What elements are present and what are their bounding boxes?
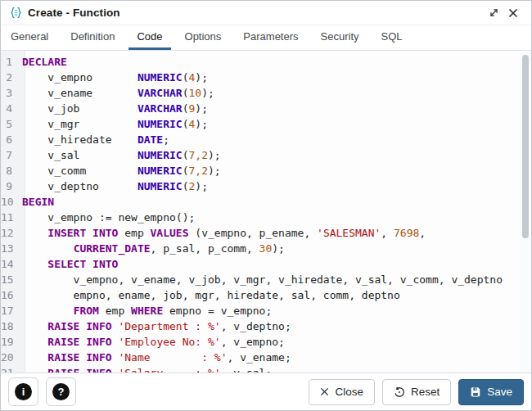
code-line[interactable]: 15 v_empno, v_ename, v_job, v_mgr, v_hir… — [1, 272, 521, 287]
code-line[interactable]: 14 SELECT INTO — [1, 256, 521, 272]
code-line-content: FROM emp WHERE empno = v_empno; — [19, 303, 272, 318]
code-line-content: v_empno, v_ename, v_job, v_mgr, v_hireda… — [19, 272, 503, 287]
line-number: 19 — [1, 334, 19, 350]
close-icon — [508, 8, 518, 18]
code-line[interactable]: 17 FROM emp WHERE empno = v_empno; — [1, 303, 521, 318]
editor-scrollbar-thumb[interactable] — [522, 55, 529, 238]
code-line[interactable]: 5 v_mgr NUMERIC(4); — [1, 116, 521, 132]
line-number: 9 — [1, 178, 19, 194]
code-line[interactable]: 11 v_empno := new_empno(); — [1, 210, 521, 225]
line-number: 10 — [1, 194, 19, 210]
code-editor[interactable]: 1DECLARE2 v_empno NUMERIC(4);3 v_ename V… — [1, 51, 531, 373]
dialog-tabbar: GeneralDefinitionCodeOptionsParametersSe… — [1, 25, 531, 51]
tab-security[interactable]: Security — [313, 25, 367, 50]
code-line-content: CURRENT_DATE, p_sal, p_comm, 30); — [19, 241, 285, 256]
code-line-content: BEGIN — [19, 194, 54, 210]
code-line-content: SELECT INTO — [19, 256, 118, 272]
line-number: 21 — [1, 365, 19, 373]
code-line[interactable]: 6 v_hiredate DATE; — [1, 132, 521, 147]
title-bar: Create - Function — [1, 1, 531, 25]
line-number: 16 — [1, 287, 19, 303]
code-line-content: RAISE INFO 'Salary : %', v_sal; — [19, 365, 272, 373]
line-number: 3 — [1, 85, 19, 101]
code-line[interactable]: 20 RAISE INFO 'Name : %', v_ename; — [1, 350, 521, 365]
line-number: 5 — [1, 116, 19, 132]
close-button-label: Close — [335, 386, 363, 398]
line-number: 4 — [1, 101, 19, 116]
line-number: 18 — [1, 318, 19, 334]
function-icon — [9, 6, 23, 20]
create-function-dialog: Create - Function GeneralDefinitionCodeO… — [0, 0, 532, 411]
save-button-label: Save — [487, 386, 512, 398]
line-number: 17 — [1, 303, 19, 318]
line-number: 2 — [1, 70, 19, 85]
line-number: 1 — [1, 54, 19, 70]
expand-button[interactable] — [484, 3, 503, 23]
code-line[interactable]: 18 RAISE INFO 'Department : %', v_deptno… — [1, 318, 521, 334]
code-line-content: v_empno NUMERIC(4); — [19, 70, 208, 85]
window-title: Create - Function — [28, 7, 484, 19]
code-line-content: INSERT INTO emp VALUES (v_empno, p_ename… — [19, 225, 426, 241]
editor-scrollbar-track[interactable] — [521, 52, 530, 372]
code-line[interactable]: 4 v_job VARCHAR(9); — [1, 101, 521, 116]
reset-icon — [394, 386, 405, 398]
line-number: 8 — [1, 163, 19, 178]
code-line[interactable]: 9 v_deptno NUMERIC(2); — [1, 178, 521, 194]
info-icon: i — [15, 383, 32, 400]
code-line-content: RAISE INFO 'Name : %', v_ename; — [19, 350, 291, 365]
line-number: 20 — [1, 350, 19, 365]
code-line-content: empno, ename, job, mgr, hiredate, sal, c… — [19, 287, 400, 303]
code-line-content: v_hiredate DATE; — [19, 132, 169, 147]
line-number: 12 — [1, 225, 19, 241]
line-number: 15 — [1, 272, 19, 287]
code-line[interactable]: 10BEGIN — [1, 194, 521, 210]
line-number: 13 — [1, 241, 19, 256]
close-x-icon — [320, 387, 329, 396]
code-line[interactable]: 13 CURRENT_DATE, p_sal, p_comm, 30); — [1, 241, 521, 256]
code-line[interactable]: 21 RAISE INFO 'Salary : %', v_sal; — [1, 365, 521, 373]
code-line[interactable]: 1DECLARE — [1, 54, 521, 70]
tab-definition[interactable]: Definition — [62, 25, 123, 50]
line-number: 7 — [1, 147, 19, 163]
code-line[interactable]: 7 v_sal NUMERIC(7,2); — [1, 147, 521, 163]
tab-code[interactable]: Code — [128, 25, 170, 50]
expand-icon — [489, 7, 499, 18]
save-button[interactable]: Save — [458, 379, 524, 405]
code-line-content: RAISE INFO 'Employee No: %', v_empno; — [19, 334, 285, 350]
tab-options[interactable]: Options — [177, 25, 230, 50]
line-number: 11 — [1, 210, 19, 225]
tab-sql[interactable]: SQL — [373, 25, 411, 50]
code-area[interactable]: 1DECLARE2 v_empno NUMERIC(4);3 v_ename V… — [1, 54, 521, 373]
help-button[interactable]: ? — [46, 377, 76, 406]
code-line[interactable]: 12 INSERT INTO emp VALUES (v_empno, p_en… — [1, 225, 521, 241]
code-line[interactable]: 8 v_comm NUMERIC(7,2); — [1, 163, 521, 178]
reset-button[interactable]: Reset — [382, 379, 451, 405]
tab-parameters[interactable]: Parameters — [235, 25, 306, 50]
code-line[interactable]: 16 empno, ename, job, mgr, hiredate, sal… — [1, 287, 521, 303]
line-number: 6 — [1, 132, 19, 147]
info-button[interactable]: i — [8, 377, 38, 406]
code-line-content: v_job VARCHAR(9); — [19, 101, 208, 116]
line-number: 14 — [1, 256, 19, 272]
code-line-content: v_sal NUMERIC(7,2); — [19, 147, 221, 163]
help-icon: ? — [52, 383, 70, 400]
code-line-content: DECLARE — [19, 54, 67, 70]
close-window-button[interactable] — [503, 3, 523, 23]
tab-general[interactable]: General — [2, 25, 56, 50]
code-line-content: v_empno := new_empno(); — [19, 210, 195, 225]
close-button[interactable]: Close — [309, 379, 375, 405]
code-line[interactable]: 2 v_empno NUMERIC(4); — [1, 70, 521, 85]
save-icon — [470, 386, 481, 398]
dialog-footer: i ? Close Reset — [1, 373, 531, 410]
code-line-content: RAISE INFO 'Department : %', v_deptno; — [19, 318, 291, 334]
reset-button-label: Reset — [411, 386, 440, 398]
code-line-content: v_deptno NUMERIC(2); — [19, 178, 208, 194]
code-line[interactable]: 19 RAISE INFO 'Employee No: %', v_empno; — [1, 334, 521, 350]
code-line[interactable]: 3 v_ename VARCHAR(10); — [1, 85, 521, 101]
code-line-content: v_comm NUMERIC(7,2); — [19, 163, 221, 178]
code-line-content: v_mgr NUMERIC(4); — [19, 116, 208, 132]
code-line-content: v_ename VARCHAR(10); — [19, 85, 214, 101]
